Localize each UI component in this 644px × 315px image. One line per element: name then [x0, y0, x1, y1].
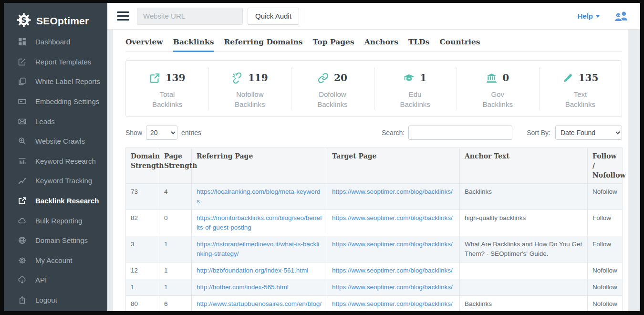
brand-name: SEOptimer	[36, 15, 89, 27]
menu-toggle-button[interactable]	[117, 11, 129, 21]
col-follow-nofollow: Follow / Nofollow	[588, 148, 623, 184]
sidebar: S SEOptimer Dashboard Report Templates	[4, 3, 107, 311]
follow-cell: Nofollow	[588, 279, 623, 296]
tab-anchors[interactable]: Anchors	[364, 37, 398, 52]
col-domain-strength: Domain Strength	[126, 148, 159, 184]
stat-dofollow-backlinks: 20 DofollowBacklinks	[291, 61, 374, 116]
logout-icon	[18, 296, 27, 304]
sidebar-nav: Dashboard Report Templates White Label R…	[4, 32, 107, 310]
topbar: Quick Audit Help	[107, 3, 640, 30]
search-input[interactable]	[408, 126, 512, 140]
graduation-cap-icon	[404, 73, 415, 84]
keyword-tracking-icon	[18, 177, 27, 185]
table-row: 1 1 http://hotber.com/index-565.html htt…	[126, 279, 623, 296]
domain-strength-cell: 73	[126, 184, 159, 210]
table-controls: Show 20 entries Search: Sort By: Date Fo…	[125, 126, 622, 140]
target-page-link[interactable]: https://www.seoptimer.com/blog/backlinks…	[332, 188, 453, 195]
referring-page-link[interactable]: https://ristoranteilmedioevo.it/what-is-…	[197, 241, 319, 257]
anchor-text-cell	[460, 262, 588, 279]
sidebar-item-my-account[interactable]: My Account	[4, 251, 107, 271]
sidebar-item-backlink-research[interactable]: Backlink Research	[4, 191, 107, 211]
domain-strength-cell: 12	[126, 262, 159, 279]
search-label: Search:	[382, 129, 405, 136]
broken-link-icon	[232, 73, 243, 84]
app-window: S SEOptimer Dashboard Report Templates	[4, 3, 640, 311]
sidebar-item-dashboard[interactable]: Dashboard	[4, 32, 107, 52]
brand-logo: S SEOptimer	[4, 3, 107, 30]
main-content: Overview Backlinks Referring Domains Top…	[113, 30, 628, 311]
sidebar-item-keyword-research[interactable]: Keyword Research	[4, 151, 107, 171]
sidebar-item-website-crawls[interactable]: Website Crawls	[4, 131, 107, 151]
sidebar-item-api[interactable]: API	[4, 270, 107, 290]
bulk-reporting-icon	[18, 216, 27, 225]
website-url-input[interactable]	[137, 8, 243, 25]
target-page-link[interactable]: https://www.seoptimer.com/blog/backlinks…	[332, 214, 453, 221]
tab-referring-domains[interactable]: Referring Domains	[224, 37, 302, 52]
tab-countries[interactable]: Countries	[439, 37, 480, 52]
tab-backlinks[interactable]: Backlinks	[173, 37, 214, 52]
sort-by-select[interactable]: Date Found	[555, 126, 622, 140]
tab-top-pages[interactable]: Top Pages	[313, 37, 354, 52]
target-page-link[interactable]: https://www.seoptimer.com/blog/backlinks…	[332, 241, 453, 248]
help-menu[interactable]: Help	[577, 12, 600, 20]
bank-icon	[486, 73, 497, 84]
quick-audit-button[interactable]: Quick Audit	[248, 8, 299, 25]
external-link-icon	[149, 73, 160, 84]
referring-page-link[interactable]: http://hotber.com/index-565.html	[197, 284, 289, 291]
sort-by-label: Sort By:	[527, 129, 551, 136]
table-row: 12 1 http://bzbfoundation.org/index-561.…	[126, 262, 623, 279]
tab-tlds[interactable]: TLDs	[408, 37, 430, 52]
link-icon	[318, 73, 329, 84]
target-page-link[interactable]: https://www.seoptimer.com/blog/backlinks…	[332, 284, 453, 291]
table-row: 73 4 https://localranking.com/blog/meta-…	[126, 184, 623, 210]
backlinks-table: Domain Strength Page Strength Referring …	[125, 147, 623, 311]
referring-page-link[interactable]: https://monitorbacklinks.com/blog/seo/be…	[197, 214, 322, 231]
page-strength-cell: 1	[159, 236, 192, 262]
follow-cell: Follow	[588, 210, 623, 236]
stat-text-backlinks: 135 TextBacklinks	[539, 61, 622, 116]
api-icon	[18, 276, 27, 284]
referring-page-link[interactable]: http://bzbfoundation.org/index-561.html	[197, 267, 308, 274]
tab-overview[interactable]: Overview	[125, 37, 163, 52]
col-referring-page: Referring Page	[192, 148, 327, 184]
domain-strength-cell: 80	[126, 296, 159, 312]
sidebar-item-embedding-settings[interactable]: Embedding Settings	[4, 92, 107, 112]
sidebar-item-leads[interactable]: Leads	[4, 111, 107, 131]
table-row: 80 6 http://www.startupbuenosaires.com/e…	[126, 296, 623, 312]
target-page-link[interactable]: https://www.seoptimer.com/blog/backlinks…	[332, 300, 453, 307]
referring-page-link[interactable]: http://www.startupbuenosaires.com/en/blo…	[197, 300, 322, 311]
page-size-select[interactable]: 20	[146, 126, 177, 140]
target-page-link[interactable]: https://www.seoptimer.com/blog/backlinks…	[332, 267, 453, 274]
sidebar-item-logout[interactable]: Logout	[4, 290, 107, 310]
col-target-page: Target Page	[327, 148, 460, 184]
backlink-research-icon	[18, 197, 27, 205]
sidebar-item-report-templates[interactable]: Report Templates	[4, 52, 107, 72]
sidebar-item-white-label-reports[interactable]: White Label Reports	[4, 72, 107, 92]
stat-gov-backlinks: 0 GovBacklinks	[457, 61, 539, 116]
seoptimer-gear-icon: S	[16, 12, 31, 30]
report-tabs: Overview Backlinks Referring Domains Top…	[125, 30, 622, 52]
sidebar-item-bulk-reporting[interactable]: Bulk Reporting	[4, 210, 107, 231]
embedding-settings-icon	[18, 97, 27, 106]
domain-settings-icon	[18, 236, 27, 245]
follow-cell: Nofollow	[588, 184, 623, 210]
page-strength-cell: 1	[159, 262, 192, 279]
sidebar-item-domain-settings[interactable]: Domain Settings	[4, 231, 107, 251]
table-row: 3 1 https://ristoranteilmedioevo.it/what…	[126, 236, 623, 262]
follow-cell: Follow	[588, 236, 623, 262]
keyword-research-icon	[18, 157, 27, 165]
domain-strength-cell: 82	[126, 210, 159, 236]
my-account-icon	[18, 256, 27, 264]
referring-page-link[interactable]: https://localranking.com/blog/meta-keywo…	[197, 188, 321, 205]
svg-text:S: S	[21, 16, 27, 25]
entries-label: entries	[181, 129, 201, 136]
page-strength-cell: 0	[159, 210, 192, 236]
white-label-reports-icon	[18, 77, 27, 86]
stat-nofollow-backlinks: 119 NofollowBacklinks	[208, 61, 291, 116]
show-label: Show	[125, 129, 142, 136]
account-users-icon[interactable]	[613, 10, 629, 22]
sidebar-item-keyword-tracking[interactable]: Keyword Tracking	[4, 171, 107, 191]
pencil-icon	[562, 73, 573, 84]
col-page-strength: Page Strength	[159, 148, 192, 184]
table-header-row: Domain Strength Page Strength Referring …	[126, 148, 623, 184]
